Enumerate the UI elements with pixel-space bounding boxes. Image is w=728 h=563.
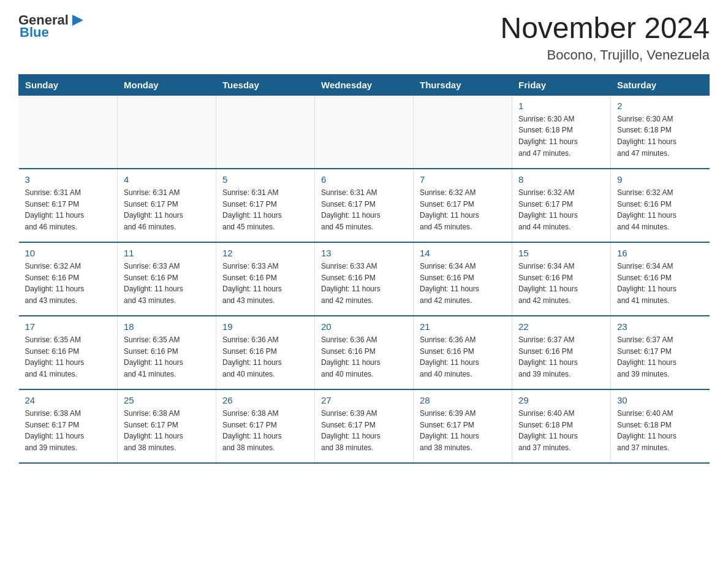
day-number: 25 <box>124 395 210 405</box>
weekday-header-friday: Friday <box>512 74 611 95</box>
day-number: 10 <box>25 248 112 258</box>
calendar-cell <box>216 95 315 169</box>
day-info: Sunrise: 6:37 AM Sunset: 6:16 PM Dayligh… <box>518 334 604 380</box>
calendar-table: SundayMondayTuesdayWednesdayThursdayFrid… <box>18 74 710 464</box>
calendar-cell: 7Sunrise: 6:32 AM Sunset: 6:17 PM Daylig… <box>414 169 512 242</box>
weekday-header-row: SundayMondayTuesdayWednesdayThursdayFrid… <box>19 74 710 95</box>
day-info: Sunrise: 6:32 AM Sunset: 6:16 PM Dayligh… <box>617 187 703 232</box>
day-info: Sunrise: 6:36 AM Sunset: 6:16 PM Dayligh… <box>321 334 407 380</box>
day-number: 24 <box>25 395 112 405</box>
day-info: Sunrise: 6:31 AM Sunset: 6:17 PM Dayligh… <box>222 187 308 232</box>
day-info: Sunrise: 6:30 AM Sunset: 6:18 PM Dayligh… <box>617 113 703 159</box>
day-number: 23 <box>617 321 703 332</box>
day-number: 12 <box>222 248 308 258</box>
week-row-5: 24Sunrise: 6:38 AM Sunset: 6:17 PM Dayli… <box>19 389 710 463</box>
day-info: Sunrise: 6:38 AM Sunset: 6:17 PM Dayligh… <box>25 408 112 453</box>
day-info: Sunrise: 6:33 AM Sunset: 6:16 PM Dayligh… <box>222 261 308 306</box>
calendar-cell: 13Sunrise: 6:33 AM Sunset: 6:16 PM Dayli… <box>315 242 414 316</box>
calendar-cell: 8Sunrise: 6:32 AM Sunset: 6:17 PM Daylig… <box>512 169 611 242</box>
day-number: 8 <box>518 174 604 185</box>
calendar-cell: 29Sunrise: 6:40 AM Sunset: 6:18 PM Dayli… <box>512 389 611 463</box>
day-info: Sunrise: 6:40 AM Sunset: 6:18 PM Dayligh… <box>518 408 604 453</box>
calendar-cell: 21Sunrise: 6:36 AM Sunset: 6:16 PM Dayli… <box>414 316 512 389</box>
day-info: Sunrise: 6:33 AM Sunset: 6:16 PM Dayligh… <box>124 261 210 306</box>
weekday-header-saturday: Saturday <box>611 74 710 95</box>
svg-marker-0 <box>72 15 83 26</box>
calendar-cell <box>315 95 414 169</box>
calendar-title: November 2024 <box>500 12 710 45</box>
week-row-3: 10Sunrise: 6:32 AM Sunset: 6:16 PM Dayli… <box>19 242 710 316</box>
day-number: 14 <box>420 248 506 258</box>
day-number: 21 <box>420 321 506 332</box>
day-number: 15 <box>518 248 604 258</box>
day-number: 3 <box>25 174 112 185</box>
day-info: Sunrise: 6:40 AM Sunset: 6:18 PM Dayligh… <box>617 408 703 453</box>
day-info: Sunrise: 6:36 AM Sunset: 6:16 PM Dayligh… <box>420 334 506 380</box>
day-info: Sunrise: 6:34 AM Sunset: 6:16 PM Dayligh… <box>617 261 703 306</box>
calendar-cell: 24Sunrise: 6:38 AM Sunset: 6:17 PM Dayli… <box>19 389 118 463</box>
logo-blue: Blue <box>20 25 49 40</box>
day-info: Sunrise: 6:39 AM Sunset: 6:17 PM Dayligh… <box>321 408 407 453</box>
calendar-cell: 1Sunrise: 6:30 AM Sunset: 6:18 PM Daylig… <box>512 95 611 169</box>
day-info: Sunrise: 6:33 AM Sunset: 6:16 PM Dayligh… <box>321 261 407 306</box>
day-info: Sunrise: 6:39 AM Sunset: 6:17 PM Dayligh… <box>420 408 506 453</box>
day-info: Sunrise: 6:32 AM Sunset: 6:16 PM Dayligh… <box>25 261 112 306</box>
weekday-header-sunday: Sunday <box>19 74 118 95</box>
calendar-cell: 25Sunrise: 6:38 AM Sunset: 6:17 PM Dayli… <box>118 389 216 463</box>
week-row-4: 17Sunrise: 6:35 AM Sunset: 6:16 PM Dayli… <box>19 316 710 389</box>
calendar-cell: 5Sunrise: 6:31 AM Sunset: 6:17 PM Daylig… <box>216 169 315 242</box>
day-info: Sunrise: 6:38 AM Sunset: 6:17 PM Dayligh… <box>222 408 308 453</box>
calendar-cell: 16Sunrise: 6:34 AM Sunset: 6:16 PM Dayli… <box>611 242 710 316</box>
calendar-cell: 15Sunrise: 6:34 AM Sunset: 6:16 PM Dayli… <box>512 242 611 316</box>
day-number: 2 <box>617 101 703 111</box>
weekday-header-thursday: Thursday <box>414 74 512 95</box>
day-number: 13 <box>321 248 407 258</box>
day-info: Sunrise: 6:32 AM Sunset: 6:17 PM Dayligh… <box>420 187 506 232</box>
weekday-header-wednesday: Wednesday <box>315 74 414 95</box>
calendar-cell: 3Sunrise: 6:31 AM Sunset: 6:17 PM Daylig… <box>19 169 118 242</box>
day-info: Sunrise: 6:36 AM Sunset: 6:16 PM Dayligh… <box>222 334 308 380</box>
day-info: Sunrise: 6:30 AM Sunset: 6:18 PM Dayligh… <box>518 113 604 159</box>
day-info: Sunrise: 6:34 AM Sunset: 6:16 PM Dayligh… <box>420 261 506 306</box>
day-number: 18 <box>124 321 210 332</box>
day-number: 20 <box>321 321 407 332</box>
day-number: 6 <box>321 174 407 185</box>
calendar-cell: 9Sunrise: 6:32 AM Sunset: 6:16 PM Daylig… <box>611 169 710 242</box>
day-number: 16 <box>617 248 703 258</box>
day-number: 22 <box>518 321 604 332</box>
day-info: Sunrise: 6:31 AM Sunset: 6:17 PM Dayligh… <box>321 187 407 232</box>
calendar-cell: 22Sunrise: 6:37 AM Sunset: 6:16 PM Dayli… <box>512 316 611 389</box>
week-row-2: 3Sunrise: 6:31 AM Sunset: 6:17 PM Daylig… <box>19 169 710 242</box>
day-number: 7 <box>420 174 506 185</box>
calendar-cell: 26Sunrise: 6:38 AM Sunset: 6:17 PM Dayli… <box>216 389 315 463</box>
calendar-cell: 17Sunrise: 6:35 AM Sunset: 6:16 PM Dayli… <box>19 316 118 389</box>
page-header: General Blue November 2024 Bocono, Truji… <box>18 12 710 63</box>
calendar-cell: 10Sunrise: 6:32 AM Sunset: 6:16 PM Dayli… <box>19 242 118 316</box>
calendar-cell: 11Sunrise: 6:33 AM Sunset: 6:16 PM Dayli… <box>118 242 216 316</box>
calendar-cell: 6Sunrise: 6:31 AM Sunset: 6:17 PM Daylig… <box>315 169 414 242</box>
calendar-cell: 28Sunrise: 6:39 AM Sunset: 6:17 PM Dayli… <box>414 389 512 463</box>
calendar-cell <box>19 95 118 169</box>
calendar-cell <box>118 95 216 169</box>
day-info: Sunrise: 6:34 AM Sunset: 6:16 PM Dayligh… <box>518 261 604 306</box>
calendar-subtitle: Bocono, Trujillo, Venezuela <box>500 47 710 63</box>
day-info: Sunrise: 6:37 AM Sunset: 6:17 PM Dayligh… <box>617 334 703 380</box>
day-info: Sunrise: 6:32 AM Sunset: 6:17 PM Dayligh… <box>518 187 604 232</box>
title-block: November 2024 Bocono, Trujillo, Venezuel… <box>500 12 710 63</box>
day-number: 5 <box>222 174 308 185</box>
day-info: Sunrise: 6:38 AM Sunset: 6:17 PM Dayligh… <box>124 408 210 453</box>
calendar-cell: 4Sunrise: 6:31 AM Sunset: 6:17 PM Daylig… <box>118 169 216 242</box>
day-number: 17 <box>25 321 112 332</box>
day-number: 28 <box>420 395 506 405</box>
calendar-cell: 30Sunrise: 6:40 AM Sunset: 6:18 PM Dayli… <box>611 389 710 463</box>
calendar-cell: 23Sunrise: 6:37 AM Sunset: 6:17 PM Dayli… <box>611 316 710 389</box>
day-number: 4 <box>124 174 210 185</box>
day-info: Sunrise: 6:35 AM Sunset: 6:16 PM Dayligh… <box>124 334 210 380</box>
weekday-header-monday: Monday <box>118 74 216 95</box>
calendar-cell: 2Sunrise: 6:30 AM Sunset: 6:18 PM Daylig… <box>611 95 710 169</box>
day-number: 29 <box>518 395 604 405</box>
calendar-cell: 12Sunrise: 6:33 AM Sunset: 6:16 PM Dayli… <box>216 242 315 316</box>
calendar-cell: 14Sunrise: 6:34 AM Sunset: 6:16 PM Dayli… <box>414 242 512 316</box>
day-number: 26 <box>222 395 308 405</box>
day-number: 11 <box>124 248 210 258</box>
